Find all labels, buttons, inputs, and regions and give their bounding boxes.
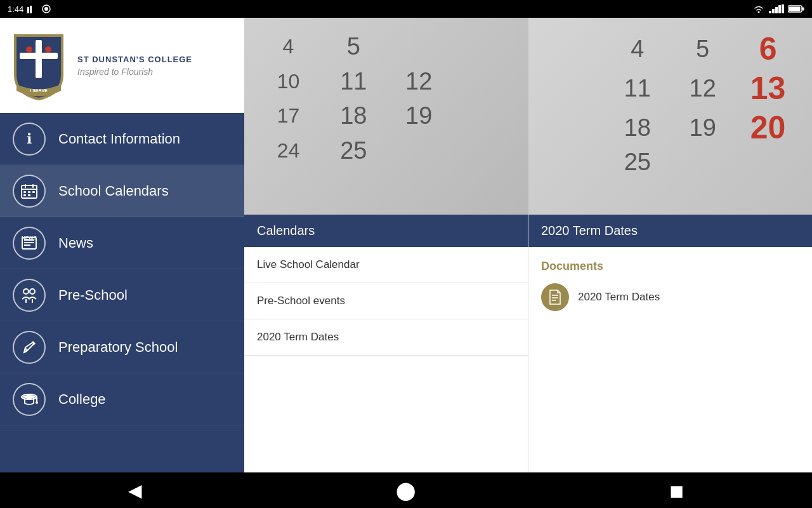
svg-rect-7: [775, 7, 778, 13]
svg-rect-5: [769, 11, 771, 13]
svg-point-15: [26, 46, 32, 53]
svg-line-37: [25, 347, 27, 351]
svg-rect-23: [28, 191, 30, 193]
sidebar-item-label: Contact Information: [58, 131, 180, 147]
svg-rect-8: [778, 5, 781, 13]
svg-rect-6: [772, 9, 775, 13]
documents-label: Documents: [541, 260, 799, 273]
list-item-term-dates[interactable]: 2020 Term Dates: [244, 319, 528, 356]
news-icon: NEWS: [13, 227, 46, 260]
calendars-list: Live School Calendar Pre-School events 2…: [244, 247, 528, 472]
time-display: 1:44: [8, 4, 23, 14]
svg-rect-20: [25, 184, 26, 188]
svg-rect-26: [28, 194, 30, 196]
recording-icon: [41, 4, 51, 13]
list-item-preschool-events[interactable]: Pre-School events: [244, 283, 528, 319]
sidebar-item-preschool[interactable]: Pre-School: [0, 269, 244, 321]
main-container: I SERVE ST DUNSTAN'S COLLEGE Inspired to…: [0, 18, 812, 472]
svg-rect-25: [23, 194, 26, 196]
calendar-image-header: 4 5 10 11 12 17 18 19 24 25: [244, 18, 812, 215]
school-tagline: Inspired to Flourish: [77, 67, 192, 77]
sidebar-item-label: School Calendars: [58, 183, 169, 199]
sidebar-item-label: College: [58, 391, 106, 408]
svg-rect-29: [24, 242, 34, 243]
svg-line-38: [24, 352, 26, 352]
svg-rect-9: [782, 4, 784, 13]
back-button[interactable]: ◀: [116, 478, 154, 503]
school-crest: I SERVE: [10, 30, 67, 100]
svg-text:NEWS: NEWS: [22, 235, 37, 241]
signal-icon: [769, 4, 784, 13]
svg-rect-14: [20, 53, 58, 59]
term-dates-content: Documents 2020 Term Dates: [528, 247, 812, 324]
sim-icon: [27, 4, 37, 13]
sidebar-item-preparatory[interactable]: Preparatory School: [0, 321, 244, 373]
sidebar-item-label: Preparatory School: [58, 339, 178, 356]
graduation-icon: [13, 383, 46, 416]
term-dates-pane: 2020 Term Dates Documents: [528, 215, 812, 472]
sidebar-item-label: Pre-School: [58, 287, 128, 304]
svg-rect-12: [789, 7, 801, 11]
home-button[interactable]: ⬤: [387, 478, 425, 503]
battery-icon: [788, 4, 804, 13]
svg-rect-22: [23, 191, 26, 193]
sidebar-item-college[interactable]: College: [0, 373, 244, 425]
svg-point-32: [23, 289, 29, 294]
sidebar-item-label: News: [58, 235, 93, 251]
svg-rect-21: [32, 184, 34, 188]
status-icons: [752, 4, 804, 13]
sidebar-item-news[interactable]: NEWS News: [0, 217, 244, 269]
svg-point-3: [44, 7, 48, 11]
document-item[interactable]: 2020 Term Dates: [541, 283, 799, 311]
status-time: 1:44: [8, 4, 51, 14]
svg-rect-24: [32, 191, 35, 193]
svg-point-42: [36, 401, 38, 404]
svg-point-33: [30, 289, 35, 294]
sidebar: I SERVE ST DUNSTAN'S COLLEGE Inspired to…: [0, 18, 244, 472]
list-item-live-calendar[interactable]: Live School Calendar: [244, 247, 528, 283]
pencil-icon: [13, 331, 46, 364]
preschool-icon: [13, 279, 46, 312]
calendar-icon: [13, 175, 46, 208]
document-name: 2020 Term Dates: [578, 291, 660, 304]
svg-point-4: [758, 11, 760, 13]
school-name: ST DUNSTAN'S COLLEGE: [77, 55, 192, 64]
term-dates-pane-header: 2020 Term Dates: [528, 215, 812, 247]
bottom-nav-bar: ◀ ⬤ ◼: [0, 472, 812, 508]
content-area: 4 5 10 11 12 17 18 19 24 25: [244, 18, 812, 472]
svg-text:I SERVE: I SERVE: [30, 88, 48, 93]
info-icon: ℹ: [13, 123, 46, 156]
svg-rect-11: [802, 8, 804, 11]
calendar-left: 4 5 10 11 12 17 18 19 24 25: [244, 18, 528, 215]
school-info: ST DUNSTAN'S COLLEGE Inspired to Flouris…: [77, 55, 192, 77]
sidebar-item-calendars[interactable]: School Calendars: [0, 165, 244, 217]
document-icon: [541, 283, 569, 311]
calendars-pane-header: Calendars: [244, 215, 528, 247]
recent-apps-button[interactable]: ◼: [658, 478, 696, 503]
sidebar-header: I SERVE ST DUNSTAN'S COLLEGE Inspired to…: [0, 18, 244, 113]
two-pane-content: Calendars Live School Calendar Pre-Schoo…: [244, 215, 812, 472]
calendars-pane: Calendars Live School Calendar Pre-Schoo…: [244, 215, 528, 472]
status-bar: 1:44: [0, 0, 812, 18]
svg-rect-1: [30, 6, 32, 13]
sidebar-item-contact[interactable]: ℹ Contact Information: [0, 113, 244, 165]
wifi-icon: [752, 4, 765, 13]
calendar-right: 4 5 6 11 12 13 18 19 20 25: [528, 18, 813, 215]
svg-rect-19: [22, 189, 37, 190]
svg-point-16: [45, 46, 51, 53]
svg-rect-0: [27, 7, 29, 13]
svg-rect-30: [24, 244, 30, 246]
